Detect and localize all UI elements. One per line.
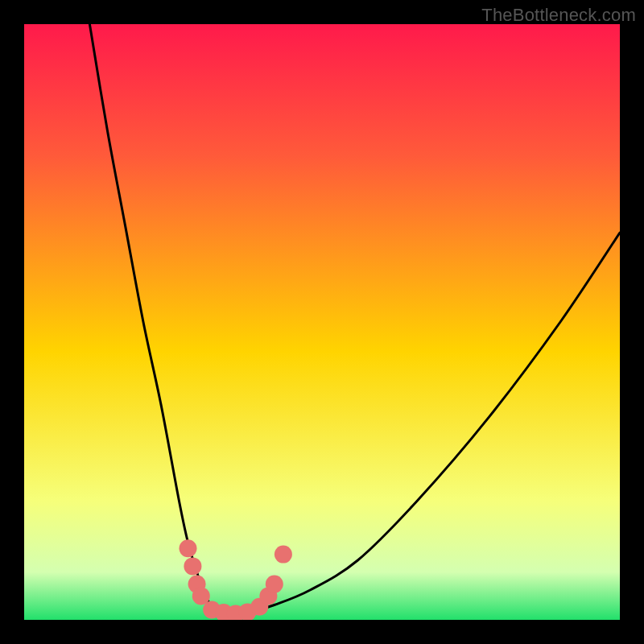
data-marker [184, 557, 201, 575]
data-marker [275, 546, 292, 564]
plot-area [24, 24, 620, 620]
gradient-bg [24, 24, 620, 620]
watermark-text: TheBottleneck.com [481, 5, 636, 26]
data-marker [266, 576, 283, 593]
chart-svg [24, 24, 620, 620]
data-marker [180, 539, 197, 557]
chart-frame: TheBottleneck.com [0, 0, 644, 644]
